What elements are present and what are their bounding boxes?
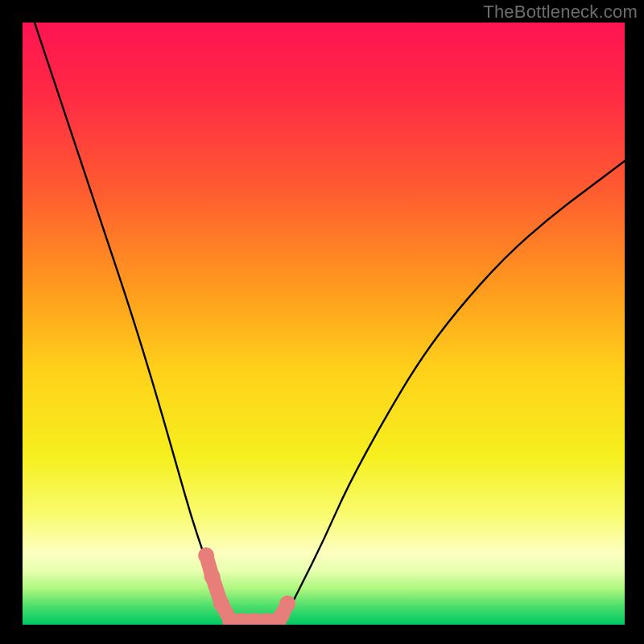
chart-svg [23, 23, 625, 625]
bottleneck-chart [23, 23, 625, 625]
marker-dot [279, 596, 295, 612]
gradient-background [23, 23, 625, 625]
marker-dot [213, 596, 229, 612]
chart-frame: TheBottleneck.com [0, 0, 644, 644]
marker-dot [198, 547, 214, 564]
marker-dot [204, 568, 221, 584]
attribution-text: TheBottleneck.com [483, 2, 638, 23]
